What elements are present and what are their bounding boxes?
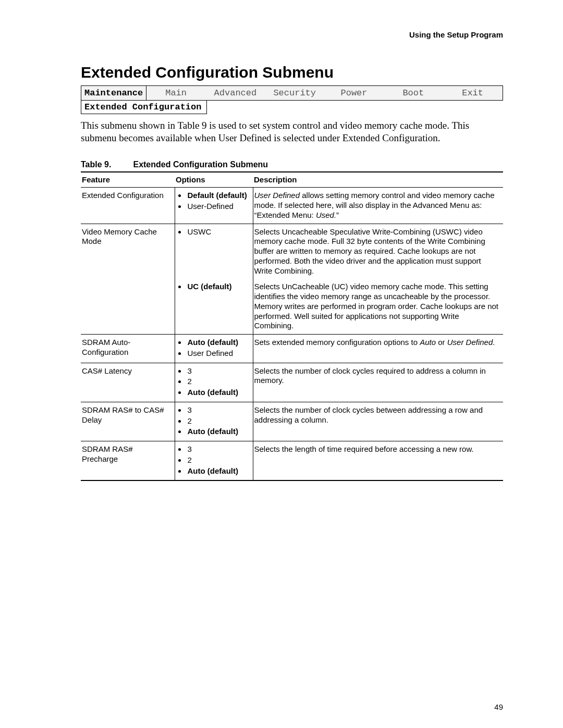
table-row: SDRAM RAS# to CAS# Delay32Auto (default)… xyxy=(81,402,503,441)
option-item: 3 xyxy=(187,445,249,454)
cell-options: Default (default)User-Defined xyxy=(175,188,253,224)
running-header: Using the Setup Program xyxy=(409,30,503,39)
option-item: UC (default) xyxy=(187,282,249,292)
table-caption: Table 9. Extended Configuration Submenu xyxy=(81,160,503,169)
table-caption-title: Extended Configuration Submenu xyxy=(133,160,268,169)
table-row: SDRAM RAS# Precharge32Auto (default)Sele… xyxy=(81,441,503,481)
th-description: Description xyxy=(253,172,503,188)
option-item: Auto (default) xyxy=(187,388,249,398)
cell-options: Auto (default)User Defined xyxy=(175,335,253,363)
cell-options: USWC xyxy=(175,224,253,279)
cell-description: Selects the number of clock cycles betwe… xyxy=(253,402,503,441)
cell-feature xyxy=(81,279,175,334)
cell-options: 32Auto (default) xyxy=(175,402,253,441)
table-row: Video Memory Cache ModeUSWCSelects Uncac… xyxy=(81,224,503,279)
option-item: 3 xyxy=(187,366,249,376)
bios-tab-power: Power xyxy=(325,86,384,100)
bios-tab-main: Main xyxy=(146,86,206,100)
cell-options: 32Auto (default) xyxy=(175,363,253,402)
cell-feature: SDRAM RAS# to CAS# Delay xyxy=(81,402,175,441)
page-number: 49 xyxy=(494,702,503,711)
cell-description: Selects UnCacheable (UC) video memory ca… xyxy=(253,279,503,334)
option-item: 2 xyxy=(187,377,249,387)
cell-feature: SDRAM Auto-Configuration xyxy=(81,335,175,363)
bios-tab-security: Security xyxy=(265,86,325,100)
bios-tab-exit: Exit xyxy=(443,86,503,100)
cell-options: 32Auto (default) xyxy=(175,441,253,481)
cell-description: Selects the number of clock cycles requi… xyxy=(253,363,503,402)
option-item: 3 xyxy=(187,405,249,415)
bios-tab-maintenance: Maintenance xyxy=(81,86,146,100)
cell-description: Selects the length of time required befo… xyxy=(253,441,503,481)
option-item: Auto (default) xyxy=(187,338,249,348)
table-row: Extended ConfigurationDefault (default)U… xyxy=(81,188,503,224)
cell-feature: SDRAM RAS# Precharge xyxy=(81,441,175,481)
table-row: SDRAM Auto-ConfigurationAuto (default)Us… xyxy=(81,335,503,363)
config-table: Feature Options Description Extended Con… xyxy=(81,171,503,482)
th-options: Options xyxy=(175,172,253,188)
cell-description: Sets extended memory configuration optio… xyxy=(253,335,503,363)
section-title: Extended Configuration Submenu xyxy=(81,64,503,81)
option-item: Auto (default) xyxy=(187,427,249,437)
table-row: CAS# Latency32Auto (default)Selects the … xyxy=(81,363,503,402)
cell-feature: Extended Configuration xyxy=(81,188,175,224)
bios-submenu-tab: Extended Configuration xyxy=(81,101,207,114)
option-item: 2 xyxy=(187,416,249,426)
option-item: Auto (default) xyxy=(187,466,249,476)
bios-tab-boot: Boot xyxy=(384,86,443,100)
th-feature: Feature xyxy=(81,172,175,188)
table-row: UC (default)Selects UnCacheable (UC) vid… xyxy=(81,279,503,334)
option-item: 2 xyxy=(187,455,249,465)
bios-tab-advanced: Advanced xyxy=(206,86,265,100)
bios-menu-bar: MaintenanceMainAdvancedSecurityPowerBoot… xyxy=(81,85,503,101)
option-item: Default (default) xyxy=(187,191,249,201)
option-item: USWC xyxy=(187,227,249,237)
cell-feature: CAS# Latency xyxy=(81,363,175,402)
intro-paragraph: This submenu shown in Table 9 is used to… xyxy=(81,119,503,144)
option-item: User-Defined xyxy=(187,202,249,212)
cell-options: UC (default) xyxy=(175,279,253,334)
table-header-row: Feature Options Description xyxy=(81,172,503,188)
option-item: User Defined xyxy=(187,349,249,359)
cell-description: Selects Uncacheable Speculative Write-Co… xyxy=(253,224,503,279)
table-caption-label: Table 9. xyxy=(81,160,131,169)
document-page: Using the Setup Program Extended Configu… xyxy=(0,0,563,728)
cell-feature: Video Memory Cache Mode xyxy=(81,224,175,279)
cell-description: User Defined allows setting memory contr… xyxy=(253,188,503,224)
